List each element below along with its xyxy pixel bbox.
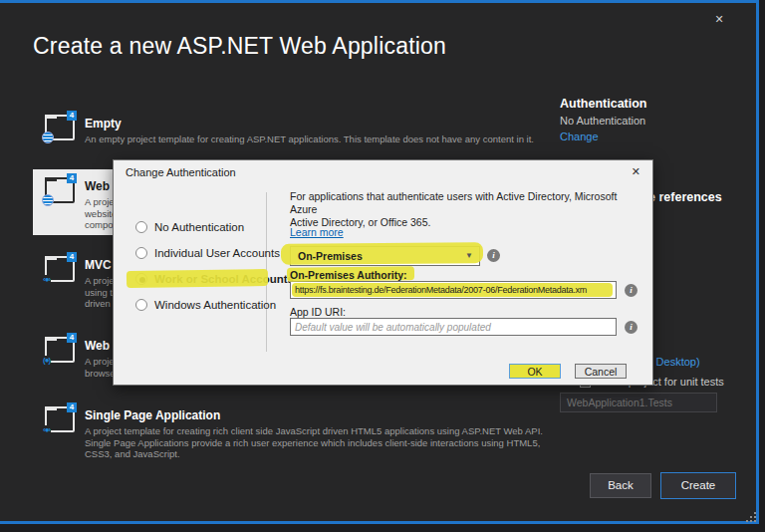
authentication-heading: Authentication xyxy=(560,97,647,111)
info-icon[interactable]: i xyxy=(487,249,500,262)
code-brackets-icon: ‹●› xyxy=(42,275,51,285)
globe-icon xyxy=(42,194,54,206)
app-id-label: App ID URI: xyxy=(290,306,346,318)
aspnet-app-icon: 4 ‹●› xyxy=(45,256,75,282)
radio-circle-icon xyxy=(135,247,147,259)
authentication-value: No Authentication xyxy=(560,115,645,127)
aspnet-app-icon: 4 xyxy=(45,115,75,140)
change-authentication-link[interactable]: Change xyxy=(560,131,599,142)
resize-grip[interactable] xyxy=(745,511,757,523)
radio-label: Windows Authentication xyxy=(154,299,276,311)
template-name: Single Page Application xyxy=(85,408,220,422)
dropdown-value: On-Premises xyxy=(298,250,363,262)
template-description: An empty project template for creating A… xyxy=(85,133,553,145)
aspnet-app-icon: 4 (●) xyxy=(45,337,75,363)
net4-badge-icon: 4 xyxy=(67,333,77,343)
app-id-uri-input[interactable]: Default value will be automatically popu… xyxy=(290,318,617,336)
app-id-placeholder: Default value will be automatically popu… xyxy=(295,322,491,333)
learn-more-link[interactable]: Learn more xyxy=(290,226,344,238)
aspnet-app-icon: 4 ‹●› xyxy=(45,406,75,432)
authority-label: On-Premises Authority: xyxy=(290,269,406,281)
dialog-title: Change Authentication xyxy=(126,166,236,178)
back-button[interactable]: Back xyxy=(590,473,651,498)
globe-icon xyxy=(42,132,54,143)
template-name: Empty xyxy=(85,117,122,131)
radio-circle-icon xyxy=(135,221,147,233)
parentheses-icon: (●) xyxy=(42,356,51,366)
radio-no-authentication[interactable]: No Authentication xyxy=(135,221,244,233)
window-close-icon[interactable]: ✕ xyxy=(711,11,727,27)
info-icon[interactable]: i xyxy=(625,321,638,334)
change-authentication-dialog: Change Authentication ✕ No Authenticatio… xyxy=(113,159,653,386)
radio-label: Individual User Accounts xyxy=(154,247,280,259)
aspnet-app-icon: 4 xyxy=(45,177,75,203)
template-description: A project template for creating rich cli… xyxy=(85,425,553,460)
radio-circle-icon xyxy=(135,299,147,311)
cancel-button[interactable]: Cancel xyxy=(575,364,627,379)
net4-badge-icon: 4 xyxy=(67,402,77,412)
create-button[interactable]: Create xyxy=(660,472,736,499)
chevron-down-icon: ▼ xyxy=(465,251,473,260)
code-brackets-icon: ‹●› xyxy=(42,425,51,435)
authentication-description: For applications that authenticate users… xyxy=(290,190,629,229)
ok-button[interactable]: OK xyxy=(509,364,561,379)
radio-windows-authentication[interactable]: Windows Authentication xyxy=(135,299,276,311)
dialog-close-icon[interactable]: ✕ xyxy=(632,165,640,178)
info-icon[interactable]: i xyxy=(625,284,638,297)
unit-tests-project-name-input[interactable]: WebApplication1.Tests xyxy=(560,393,717,412)
net4-badge-icon: 4 xyxy=(67,173,77,183)
highlight-mark xyxy=(127,269,268,288)
radio-individual-user-accounts[interactable]: Individual User Accounts xyxy=(135,247,280,259)
net4-badge-icon: 4 xyxy=(67,252,77,262)
net4-badge-icon: 4 xyxy=(67,111,77,121)
page-title: Create a new ASP.NET Web Application xyxy=(33,33,446,60)
template-name: MVC xyxy=(85,258,112,272)
radio-label: No Authentication xyxy=(154,221,244,233)
authority-url-value: https://fs.braintesting.de/FederationMet… xyxy=(295,285,587,295)
